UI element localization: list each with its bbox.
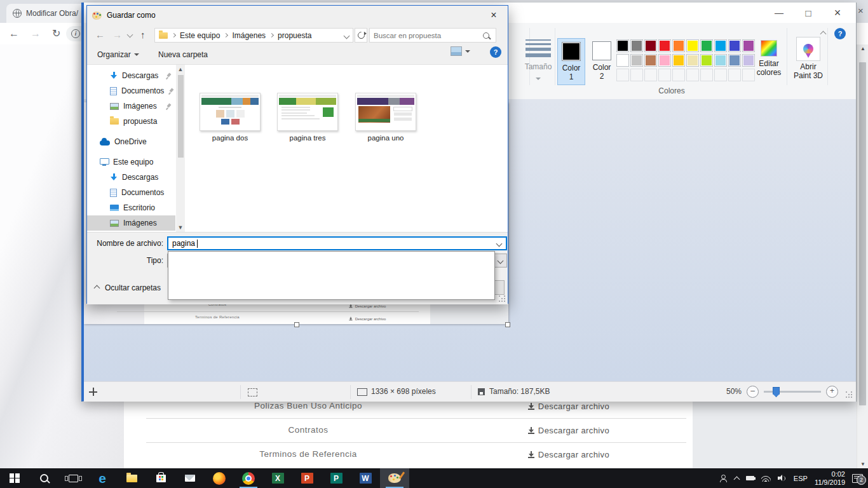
palette-color[interactable] <box>714 39 727 52</box>
open-paint3d-button[interactable]: Abrir Paint 3D <box>790 37 826 80</box>
sidebar-scrollbar[interactable]: ▲ ▼ <box>176 65 185 232</box>
palette-color[interactable] <box>658 39 671 52</box>
palette-color[interactable] <box>630 39 643 52</box>
taskbar-mail[interactable] <box>175 468 205 488</box>
taskbar-publisher[interactable] <box>322 468 351 488</box>
sidebar-item-descargas[interactable]: Descargas <box>87 68 175 83</box>
recent-locations-icon[interactable] <box>127 32 133 38</box>
maximize-button[interactable] <box>794 3 823 23</box>
close-button[interactable] <box>823 3 852 23</box>
sidebar-item-onedrive[interactable]: OneDrive <box>87 134 175 149</box>
scroll-down-icon[interactable]: ▼ <box>176 224 185 231</box>
palette-empty-slot[interactable] <box>644 69 657 81</box>
file-item-pagina-dos[interactable]: pagina dos <box>192 93 268 142</box>
dialog-help-button[interactable]: ? <box>490 46 501 58</box>
palette-empty-slot[interactable] <box>672 69 685 81</box>
color1-button[interactable]: Color 1 <box>557 38 585 85</box>
volume-icon[interactable] <box>778 475 787 482</box>
browser-forward-button[interactable]: → <box>31 23 41 44</box>
zoom-slider[interactable] <box>764 391 821 393</box>
organize-button[interactable]: Organizar <box>97 46 139 63</box>
palette-color[interactable] <box>686 54 699 67</box>
palette-color[interactable] <box>714 54 727 67</box>
taskbar-search-button[interactable] <box>29 468 58 488</box>
palette-color[interactable] <box>644 54 657 67</box>
palette-color[interactable] <box>728 54 741 67</box>
filetype-dropdown-icon[interactable] <box>493 254 506 267</box>
breadcrumb-item[interactable]: Imágenes <box>232 31 266 40</box>
palette-color[interactable] <box>700 54 713 67</box>
up-button[interactable]: ↑ <box>140 27 146 43</box>
hidden-icons-chevron[interactable] <box>733 476 740 482</box>
new-folder-button[interactable]: Nueva carpeta <box>158 46 208 63</box>
filename-input[interactable]: pagina <box>167 236 507 250</box>
palette-empty-slot[interactable] <box>658 69 671 81</box>
search-icon[interactable] <box>483 32 489 39</box>
hidden-button-edge[interactable] <box>494 280 505 295</box>
canvas-resize-handle-corner[interactable] <box>505 322 510 327</box>
scroll-up-icon[interactable]: ▲ <box>857 46 868 51</box>
scrollbar-thumb[interactable] <box>859 62 866 405</box>
palette-color[interactable] <box>686 39 699 52</box>
palette-color[interactable] <box>630 54 643 67</box>
taskbar-edge[interactable]: e <box>88 468 117 488</box>
palette-color[interactable] <box>672 54 685 67</box>
action-center-icon[interactable]: 2 <box>852 474 863 483</box>
zoom-out-button[interactable]: – <box>747 386 759 398</box>
dialog-close-button[interactable]: × <box>481 6 506 25</box>
taskbar-paint[interactable] <box>380 468 409 488</box>
breadcrumb-item[interactable]: Este equipo <box>180 31 220 40</box>
canvas-resize-handle-bottom[interactable] <box>294 322 299 327</box>
page-info-icon[interactable]: i <box>71 29 80 38</box>
download-link[interactable]: Descargar archivo <box>508 418 629 442</box>
palette-color[interactable] <box>658 54 671 67</box>
palette-color[interactable] <box>616 39 629 52</box>
taskbar-powerpoint[interactable] <box>292 468 322 488</box>
zoom-slider-thumb[interactable] <box>773 387 780 397</box>
task-view-button[interactable] <box>58 468 88 488</box>
battery-icon[interactable] <box>746 476 754 480</box>
taskbar-file-explorer[interactable] <box>117 468 146 488</box>
start-button[interactable] <box>0 468 29 488</box>
palette-color[interactable] <box>672 39 685 52</box>
wifi-icon[interactable] <box>761 475 771 482</box>
address-dropdown-icon[interactable] <box>344 33 350 39</box>
breadcrumb[interactable]: Este equipo Imágenes propuesta <box>154 28 353 43</box>
sidebar-item-imagenes-2[interactable]: Imágenes <box>87 215 175 231</box>
view-mode-button[interactable] <box>451 46 470 56</box>
scrollbar-thumb[interactable] <box>178 75 184 158</box>
palette-color[interactable] <box>728 39 741 52</box>
palette-empty-slot[interactable] <box>616 69 629 81</box>
browser-reload-button[interactable]: ↻ <box>52 23 60 44</box>
palette-color[interactable] <box>644 39 657 52</box>
palette-empty-slot[interactable] <box>630 69 643 81</box>
taskbar-clock[interactable]: 0:02 11/9/2019 <box>815 470 845 486</box>
help-icon[interactable]: ? <box>834 28 846 39</box>
palette-empty-slot[interactable] <box>728 69 741 81</box>
zoom-in-button[interactable]: + <box>826 386 838 398</box>
palette-empty-slot[interactable] <box>686 69 699 81</box>
window-resize-grip[interactable] <box>846 391 847 393</box>
sidebar-item-este-equipo[interactable]: Este equipo <box>87 154 175 170</box>
scroll-up-icon[interactable]: ▲ <box>176 66 185 72</box>
back-button[interactable]: ← <box>95 27 105 43</box>
edit-colors-button[interactable]: Editar colores <box>752 38 785 77</box>
color2-button[interactable]: Color 2 <box>588 38 616 85</box>
forward-button[interactable]: → <box>112 27 122 43</box>
sidebar-item-imagenes[interactable]: Imágenes <box>87 98 175 114</box>
sidebar-item-escritorio[interactable]: Escritorio <box>87 200 175 215</box>
browser-back-button[interactable]: ← <box>9 23 19 44</box>
scroll-down-icon[interactable]: ▼ <box>857 461 868 467</box>
taskbar-firefox[interactable] <box>205 468 234 488</box>
browser-scrollbar[interactable]: ▲ ▼ <box>857 44 868 468</box>
palette-color[interactable] <box>700 39 713 52</box>
people-icon[interactable] <box>720 475 728 482</box>
palette-color[interactable] <box>616 54 629 67</box>
hide-folders-button[interactable]: Ocultar carpetas <box>95 283 161 292</box>
sidebar-item-propuesta[interactable]: propuesta <box>87 114 175 129</box>
file-item-pagina-uno[interactable]: pagina uno <box>348 93 424 142</box>
search-input[interactable]: Buscar en propuesta <box>369 28 496 43</box>
sidebar-item-documentos[interactable]: Documentos <box>87 83 175 98</box>
palette-empty-slot[interactable] <box>714 69 727 81</box>
collapse-ribbon-icon[interactable] <box>820 30 827 37</box>
